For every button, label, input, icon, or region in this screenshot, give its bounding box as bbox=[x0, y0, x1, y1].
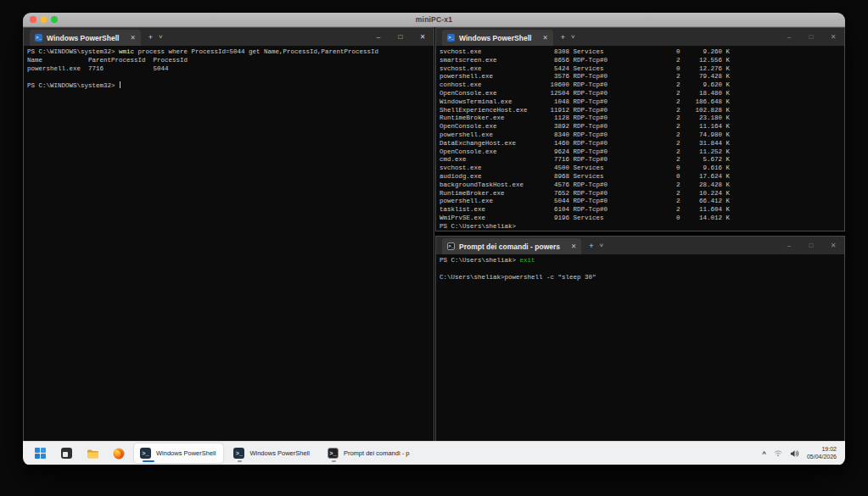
tray-date: 05/04/2026 bbox=[807, 454, 837, 461]
tab-close-icon[interactable]: ✕ bbox=[123, 34, 135, 42]
terminal-line: cmd.exe 7716 RDP-Tcp#0 2 5.672 K bbox=[440, 156, 841, 164]
right-bottom-window-controls: – □ ✕ bbox=[778, 237, 844, 254]
cmd-icon: >_ bbox=[328, 448, 339, 459]
terminal-line: svchost.exe 5424 Services 0 12.276 K bbox=[440, 65, 841, 74]
terminal-window-left: >_ Windows PowerShell ✕ + ˅ – □ ✕ PS C:\… bbox=[23, 27, 434, 442]
tab-windows-powershell-left[interactable]: >_ Windows PowerShell ✕ bbox=[30, 30, 141, 46]
terminal-line: PS C:\WINDOWS\system32> wmic process whe… bbox=[27, 48, 430, 57]
tab-close-icon[interactable]: ✕ bbox=[564, 242, 576, 250]
tray-chevron-up-icon[interactable]: ˄ bbox=[762, 449, 766, 457]
system-tray: ˄ 19:02 05/04 bbox=[762, 446, 838, 460]
maximize-button[interactable]: □ bbox=[800, 237, 822, 254]
new-tab-button[interactable]: + bbox=[589, 242, 593, 250]
taskbar-button-label: Prompt dei comandi - p bbox=[344, 449, 410, 457]
traffic-lights bbox=[30, 13, 58, 26]
terminal-line: DataExchangeHost.exe 1460 RDP-Tcp#0 2 31… bbox=[440, 140, 841, 148]
close-button[interactable]: ✕ bbox=[412, 28, 434, 46]
terminal-cursor bbox=[120, 81, 120, 88]
left-tabbar: >_ Windows PowerShell ✕ + ˅ – □ ✕ bbox=[24, 28, 434, 46]
mac-minimize-button[interactable] bbox=[41, 16, 48, 23]
running-indicator bbox=[332, 460, 336, 462]
terminal-line: RuntimeBroker.exe 7652 RDP-Tcp#0 2 10.22… bbox=[440, 190, 841, 198]
tab-dropdown-icon[interactable]: ˅ bbox=[600, 242, 604, 249]
cmd-terminal-output[interactable]: PS C:\Users\sheliak> exit C:\Users\sheli… bbox=[436, 254, 844, 441]
terminal-line: PS C:\Users\sheliak> bbox=[440, 223, 841, 231]
window-title: miniPC-x1 bbox=[23, 15, 845, 24]
tasklist-output[interactable]: svchost.exe 8308 Services 0 9.260 Ksmart… bbox=[436, 46, 844, 231]
maximize-button[interactable]: □ bbox=[800, 28, 822, 46]
minimize-button[interactable]: – bbox=[778, 237, 800, 254]
running-indicator bbox=[238, 460, 242, 462]
terminal-line: WindowsTerminal.exe 1048 RDP-Tcp#0 2 186… bbox=[440, 98, 841, 107]
remote-desktop-window: miniPC-x1 >_ Windows PowerShell ✕ + ˅ – … bbox=[23, 13, 845, 465]
windows-taskbar: >_Windows PowerShell>_Windows PowerShell… bbox=[23, 441, 845, 465]
start-button[interactable] bbox=[30, 443, 50, 464]
left-terminal-output[interactable]: PS C:\WINDOWS\system32> wmic process whe… bbox=[24, 46, 434, 441]
windows-logo-icon bbox=[35, 448, 46, 459]
terminal-line: C:\Users\sheliak>powershell -c "sleep 30… bbox=[440, 274, 841, 282]
taskbar-button-windows-powershell[interactable]: >_Windows PowerShell bbox=[227, 443, 316, 463]
taskbar-button-prompt-dei-comandi-p[interactable]: >_Prompt dei comandi - p bbox=[322, 443, 417, 463]
taskbar-button-label: Windows PowerShell bbox=[156, 449, 216, 457]
taskbar-button-windows-powershell[interactable]: >_Windows PowerShell bbox=[134, 443, 223, 463]
minimize-button[interactable]: – bbox=[367, 28, 389, 46]
tab-prompt-dei-comandi[interactable]: >_ Prompt dei comandi - powers ✕ bbox=[442, 238, 581, 254]
terminal-window-right-top: >_ Windows PowerShell ✕ + ˅ – □ ✕ svchos… bbox=[435, 27, 845, 231]
terminal-line: PS C:\Users\sheliak> exit bbox=[440, 257, 841, 265]
tray-time: 19:02 bbox=[807, 446, 837, 454]
terminal-line: powershell.exe 5044 RDP-Tcp#0 2 66.412 K bbox=[440, 198, 841, 206]
tab-title: Prompt dei comandi - powers bbox=[459, 242, 560, 251]
firefox-button[interactable] bbox=[109, 443, 129, 464]
taskbar-system-icons bbox=[30, 443, 129, 464]
terminal-line bbox=[27, 73, 430, 81]
tab-title: Windows PowerShell bbox=[47, 34, 119, 42]
terminal-line: ShellExperienceHost.exe 11912 RDP-Tcp#0 … bbox=[440, 107, 841, 115]
terminal-line: audiodg.exe 8968 Services 0 17.624 K bbox=[440, 173, 841, 181]
mac-close-button[interactable] bbox=[30, 16, 36, 23]
firefox-icon bbox=[113, 448, 125, 460]
right-bottom-tabbar: >_ Prompt dei comandi - powers ✕ + ˅ – □… bbox=[436, 237, 844, 254]
terminal-line: WmiPrvSE.exe 9196 Services 0 14.012 K bbox=[440, 215, 841, 223]
file-explorer-button[interactable] bbox=[82, 443, 103, 464]
task-view-button[interactable] bbox=[56, 443, 76, 464]
network-icon[interactable] bbox=[774, 449, 782, 457]
terminal-line: Name ParentProcessId ProcessId bbox=[27, 57, 430, 65]
new-tab-button[interactable]: + bbox=[561, 33, 565, 42]
powershell-icon: >_ bbox=[447, 34, 455, 42]
mac-zoom-button[interactable] bbox=[51, 16, 58, 23]
terminal-line: powershell.exe 7716 5044 bbox=[27, 65, 430, 74]
terminal-line: svchost.exe 8308 Services 0 9.260 K bbox=[440, 48, 841, 57]
terminal-line: backgroundTaskHost.exe 4576 RDP-Tcp#0 2 … bbox=[440, 181, 841, 190]
terminal-line: powershell.exe 3576 RDP-Tcp#0 2 79.428 K bbox=[440, 73, 841, 81]
powershell-icon: >_ bbox=[35, 34, 42, 42]
terminal-line: smartscreen.exe 8656 RDP-Tcp#0 2 12.556 … bbox=[440, 57, 841, 65]
right-top-tabbar: >_ Windows PowerShell ✕ + ˅ – □ ✕ bbox=[436, 28, 844, 46]
taskbar-button-label: Windows PowerShell bbox=[249, 449, 309, 457]
clock[interactable]: 19:02 05/04/2026 bbox=[807, 446, 837, 460]
close-button[interactable]: ✕ bbox=[822, 237, 844, 254]
task-view-icon bbox=[61, 448, 72, 459]
mac-titlebar[interactable]: miniPC-x1 bbox=[23, 13, 845, 27]
terminal-line: powershell.exe 8340 RDP-Tcp#0 2 74.980 K bbox=[440, 131, 841, 140]
windows-desktop: >_ Windows PowerShell ✕ + ˅ – □ ✕ PS C:\… bbox=[23, 27, 845, 465]
close-button[interactable]: ✕ bbox=[822, 28, 844, 46]
minimize-button[interactable]: – bbox=[778, 28, 800, 46]
powershell-icon: >_ bbox=[233, 448, 244, 459]
tab-dropdown-icon[interactable]: ˅ bbox=[159, 33, 163, 41]
tab-close-icon[interactable]: ✕ bbox=[535, 34, 547, 42]
powershell-icon: >_ bbox=[140, 448, 151, 459]
tab-dropdown-icon[interactable]: ˅ bbox=[571, 33, 575, 41]
left-window-controls: – □ ✕ bbox=[367, 28, 434, 46]
maximize-button[interactable]: □ bbox=[389, 28, 412, 46]
terminal-line: OpenConsole.exe 9624 RDP-Tcp#0 2 11.252 … bbox=[440, 148, 841, 157]
terminal-line: OpenConsole.exe 3892 RDP-Tcp#0 2 11.164 … bbox=[440, 123, 841, 131]
folder-icon bbox=[87, 449, 99, 459]
tab-windows-powershell-right[interactable]: >_ Windows PowerShell ✕ bbox=[442, 30, 553, 46]
tab-title: Windows PowerShell bbox=[459, 34, 531, 42]
taskbar-app-buttons: >_Windows PowerShell>_Windows PowerShell… bbox=[134, 443, 417, 463]
terminal-line: svchost.exe 4500 Services 0 9.616 K bbox=[440, 164, 841, 173]
new-tab-button[interactable]: + bbox=[148, 33, 153, 42]
terminal-line bbox=[440, 265, 841, 274]
volume-icon[interactable] bbox=[790, 449, 799, 458]
cmd-icon: >_ bbox=[447, 242, 455, 250]
